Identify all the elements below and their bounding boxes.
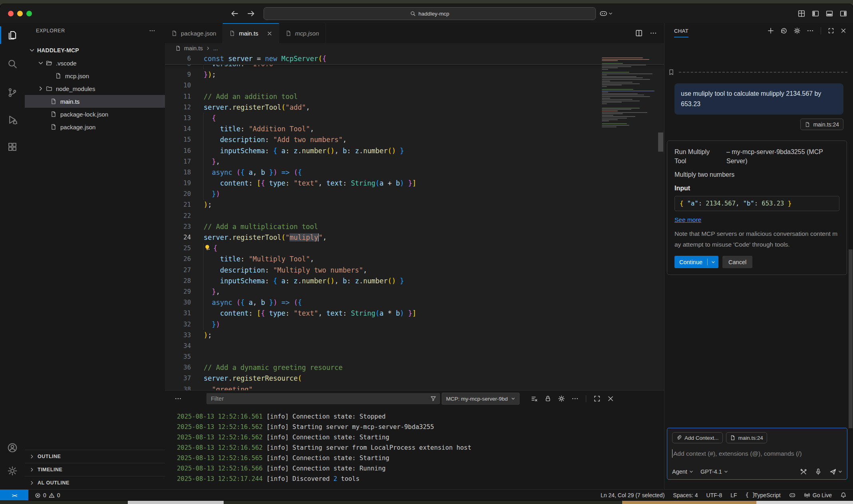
code-line[interactable]: 23// Add a multiplication tool <box>165 221 664 232</box>
customize-layout-icon[interactable] <box>797 10 805 18</box>
sidebar-section-al-outline[interactable]: AL OUTLINE <box>25 476 165 489</box>
code-line[interactable]: 26 title: "Multiply Tool", <box>165 254 664 265</box>
problems-status[interactable]: 0 0 <box>35 492 60 498</box>
chat-settings-icon[interactable] <box>793 27 801 34</box>
panel-overflow-icon[interactable] <box>175 395 182 402</box>
close-tab-icon[interactable] <box>267 31 272 36</box>
tab-mcp-json[interactable]: mcp.json <box>279 23 326 43</box>
output-settings-icon[interactable] <box>558 395 565 402</box>
tree-item-main-ts[interactable]: main.ts <box>25 95 165 108</box>
tree-root-haddley-mcp[interactable]: HADDLEY-MCP <box>25 44 165 57</box>
status-bell[interactable] <box>840 492 847 498</box>
activitybar-run-debug[interactable] <box>0 110 25 129</box>
tree-item-package-json[interactable]: package.json <box>25 121 165 133</box>
activitybar-settings[interactable] <box>0 461 25 480</box>
tree-item-node-modules[interactable]: node_modules <box>25 82 165 95</box>
code-line[interactable]: 32 }) <box>165 319 664 330</box>
editor-scrollbar-thumb[interactable] <box>658 132 663 152</box>
status-typescript[interactable]: { }TypeScript <box>746 492 781 498</box>
context-attachment-chip[interactable]: main.ts:24 <box>726 432 767 443</box>
chat-scrollbar-thumb[interactable] <box>849 249 853 428</box>
code-line[interactable]: 24server.registerTool("muliply", <box>165 232 664 243</box>
cancel-button[interactable]: Cancel <box>722 256 752 268</box>
code-line[interactable]: 31 content: [{ type: "text", text: Strin… <box>165 308 664 319</box>
split-editor-icon[interactable] <box>635 29 643 37</box>
close-panel-icon[interactable] <box>607 395 614 402</box>
status-ln-24-col-29-7-selected-[interactable]: Ln 24, Col 29 (7 selected) <box>601 492 665 498</box>
explorer-more-actions-icon[interactable] <box>149 28 155 34</box>
activitybar-search[interactable] <box>0 54 25 73</box>
bookmark-icon[interactable] <box>668 69 675 76</box>
chevron-down-icon[interactable] <box>838 470 842 474</box>
tree-item-package-lock-json[interactable]: package-lock.json <box>25 108 165 121</box>
maximize-chat-icon[interactable] <box>828 28 834 34</box>
panel-filter[interactable] <box>206 393 440 404</box>
funnel-icon[interactable] <box>430 395 436 402</box>
see-more-link[interactable]: See more <box>674 216 701 223</box>
code-line[interactable]: 20 }) <box>165 189 664 200</box>
tab-chat[interactable]: CHAT <box>674 28 688 38</box>
code-line[interactable]: 15 description: "Add two numbers", <box>165 134 664 145</box>
configure-tools-icon[interactable] <box>800 468 807 475</box>
sidebar-section-timeline[interactable]: TIMELINE <box>25 463 165 476</box>
command-center-search[interactable]: haddley-mcp <box>264 7 596 20</box>
output-log[interactable]: 2025-08-13 12:52:16.561 [info] Connectio… <box>165 407 664 484</box>
message-attachment-chip[interactable]: main.ts:24 <box>800 119 843 130</box>
filter-input[interactable] <box>210 395 430 402</box>
agent-mode-select[interactable]: Agent <box>672 468 693 475</box>
status-spaces-4[interactable]: Spaces: 4 <box>673 492 698 498</box>
status-copilot[interactable] <box>789 492 795 498</box>
toggle-secondary-sidebar-icon[interactable] <box>839 10 847 18</box>
editor-scrollbar[interactable] <box>657 53 664 390</box>
minimize-window-button[interactable] <box>17 11 23 16</box>
chat-more-actions-icon[interactable] <box>807 27 814 34</box>
sticky-scroll-line[interactable]: 6 const server = new McpServer({ <box>165 53 664 65</box>
tree-item-mcp-json[interactable]: mcp.json <box>25 69 165 82</box>
code-line[interactable]: 27 description: "Multiply two numbers", <box>165 265 664 276</box>
output-channel-select[interactable]: MCP: my-mcp-server-9bd <box>442 393 520 405</box>
code-line[interactable]: 14 title: "Addition Tool", <box>165 124 664 134</box>
navigate-back-icon[interactable] <box>231 10 239 18</box>
chat-history-icon[interactable] <box>780 27 788 34</box>
status-utf-8[interactable]: UTF-8 <box>706 492 722 498</box>
tab-main-ts[interactable]: main.ts <box>223 23 279 43</box>
code-line[interactable]: 13 { <box>165 113 664 124</box>
code-line[interactable]: 19 content: [{ type: "text", text: Strin… <box>165 178 664 189</box>
code-line[interactable]: 37server.registerResource( <box>165 373 664 384</box>
tree-item--vscode[interactable]: .vscode <box>25 57 165 69</box>
code-editor[interactable]: 8 version: "1.0.0"9});1011// Add an addi… <box>165 53 664 390</box>
chat-input-box[interactable]: Add Context... main.ts:24 Add context (#… <box>667 428 847 480</box>
model-select[interactable]: GPT-4.1 <box>700 468 728 475</box>
code-line[interactable]: 17 }, <box>165 156 664 167</box>
code-line[interactable]: 34 <box>165 341 664 352</box>
code-line[interactable]: 18 async ({ a, b }) => ({ <box>165 167 664 178</box>
zoom-window-button[interactable] <box>26 11 32 16</box>
code-line[interactable]: 16 inputSchema: { a: z.number(), b: z.nu… <box>165 146 664 156</box>
code-line[interactable]: 10 <box>165 80 664 91</box>
continue-button[interactable]: Continue <box>674 256 718 268</box>
code-line[interactable]: 38 "greeting", <box>165 384 664 390</box>
new-chat-icon[interactable] <box>767 27 774 34</box>
add-context-button[interactable]: Add Context... <box>672 432 723 443</box>
status-go-live[interactable]: Go Live <box>804 492 832 498</box>
code-line[interactable]: 25{ <box>165 243 664 254</box>
close-chat-icon[interactable] <box>840 28 847 34</box>
code-line[interactable]: 11// Add an addition tool <box>165 91 664 102</box>
panel-more-actions-icon[interactable] <box>571 395 579 402</box>
send-icon[interactable] <box>829 468 837 475</box>
activitybar-extensions[interactable] <box>0 137 25 156</box>
breadcrumb[interactable]: main.ts ... <box>165 43 664 53</box>
code-line[interactable]: 36// Add a dynamic greeting resource <box>165 362 664 373</box>
toggle-sidebar-icon[interactable] <box>811 10 819 18</box>
sidebar-section-outline[interactable]: OUTLINE <box>25 450 165 463</box>
mic-icon[interactable] <box>815 468 822 475</box>
activitybar-source-control[interactable] <box>0 83 25 102</box>
code-line[interactable]: 9}); <box>165 69 664 80</box>
tab-package-json[interactable]: package.json <box>165 23 223 43</box>
breadcrumb-file[interactable]: main.ts <box>184 45 203 51</box>
activitybar-account[interactable] <box>0 438 25 457</box>
breadcrumb-rest[interactable]: ... <box>213 45 218 51</box>
code-line[interactable]: 30 async ({ a, b }) => ({ <box>165 297 664 308</box>
copilot-menu[interactable] <box>599 10 613 18</box>
remote-indicator[interactable]: >< <box>0 490 28 500</box>
